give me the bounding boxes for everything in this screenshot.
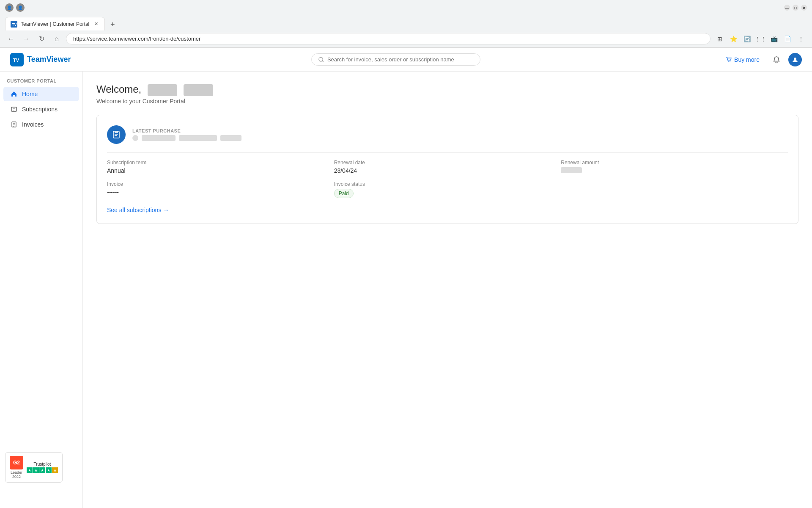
svg-line-5 xyxy=(322,61,324,62)
tp-star-2: ★ xyxy=(33,467,39,473)
tab-favicon: TV xyxy=(11,21,17,28)
renewal-amount-blurred xyxy=(561,167,582,173)
close-button[interactable]: ✕ xyxy=(801,5,807,11)
welcome-prefix: Welcome, xyxy=(96,83,141,95)
purchase-icon xyxy=(107,125,126,144)
latest-purchase-label: LATEST PURCHASE xyxy=(132,128,241,133)
tab-close-button[interactable]: ✕ xyxy=(93,21,99,28)
grid-button[interactable]: ⋮⋮ xyxy=(754,33,766,45)
header-logo: TV TeamViewer xyxy=(10,53,71,66)
trustpilot-label: Trustpilot xyxy=(34,462,51,467)
header-actions: Buy more xyxy=(721,53,802,66)
page-title: Welcome, xyxy=(96,83,798,96)
extensions-button[interactable]: ⊞ xyxy=(714,33,726,45)
buy-more-button[interactable]: Buy more xyxy=(721,54,765,66)
latest-purchase-header: LATEST PURCHASE xyxy=(107,125,788,144)
search-input[interactable] xyxy=(327,56,473,63)
latest-purchase-card: LATEST PURCHASE Subscription term Annual xyxy=(96,115,798,224)
trustpilot-badge: Trustpilot ★ ★ ★ ★ ★ xyxy=(27,462,58,473)
see-all-label: See all subscriptions xyxy=(107,207,161,213)
page-layout: CUSTOMER PORTAL Home Subscriptions xyxy=(0,72,812,508)
paid-badge: Paid xyxy=(334,189,354,198)
logo-text: TeamViewer xyxy=(27,55,71,64)
invoice-field: Invoice ------ xyxy=(107,181,334,198)
sidebar-section-label: CUSTOMER PORTAL xyxy=(0,78,82,87)
card-grid: Subscription term Annual Renewal date 23… xyxy=(107,160,788,198)
page-subtitle: Welcome to your Customer Portal xyxy=(96,98,798,105)
sidebar-item-home[interactable]: Home xyxy=(3,87,79,101)
user-avatar[interactable] xyxy=(788,53,802,66)
sidebar-item-home-label: Home xyxy=(22,91,38,97)
reader-button[interactable]: 📄 xyxy=(782,33,793,45)
search-icon xyxy=(318,57,324,63)
main-content: Welcome, Welcome to your Customer Portal xyxy=(83,72,812,508)
purchase-name-row xyxy=(132,135,241,141)
product-name-2-blurred xyxy=(179,135,217,141)
reload-button[interactable]: ↻ xyxy=(36,33,47,45)
svg-point-4 xyxy=(319,57,323,61)
see-all-arrow: → xyxy=(163,207,169,213)
sidebar-item-invoices[interactable]: Invoices xyxy=(3,117,79,132)
browser-actions: ⊞ ⭐ 🔄 ⋮⋮ 📺 📄 ⋮ xyxy=(714,33,807,45)
sidebar-item-subscriptions[interactable]: Subscriptions xyxy=(3,102,79,116)
tab-bar: TV TeamViewer | Customer Portal ✕ + xyxy=(0,15,812,30)
subscriptions-icon xyxy=(10,105,18,113)
product-icon-blurred xyxy=(132,135,138,141)
header-search xyxy=(311,53,480,66)
buy-more-label: Buy more xyxy=(734,56,760,63)
welcome-section: Welcome, Welcome to your Customer Portal xyxy=(96,83,798,105)
restore-button[interactable]: □ xyxy=(793,5,798,11)
home-icon xyxy=(10,90,18,98)
trustpilot-stars: ★ ★ ★ ★ ★ xyxy=(27,467,58,473)
renewal-amount-value xyxy=(561,167,788,174)
subscription-term-field: Subscription term Annual xyxy=(107,160,334,174)
invoice-status-label: Invoice status xyxy=(334,181,561,187)
svg-rect-9 xyxy=(11,107,16,111)
g2-year-label: 2022 xyxy=(12,475,21,479)
subscription-term-label: Subscription term xyxy=(107,160,334,166)
product-name-3-blurred xyxy=(220,135,241,141)
new-tab-button[interactable]: + xyxy=(107,19,118,30)
user-last-name-blurred xyxy=(184,84,213,96)
profile-icon-2[interactable]: 👤 xyxy=(16,3,25,12)
cart-icon xyxy=(726,57,732,63)
sidebar-item-invoices-label: Invoices xyxy=(22,121,44,128)
search-bar-container[interactable] xyxy=(311,53,480,66)
g2-leader-label: Leader xyxy=(11,470,22,475)
card-divider xyxy=(107,152,788,153)
tp-star-5: ★ xyxy=(52,467,58,473)
avatar-icon xyxy=(792,56,798,63)
active-tab[interactable]: TV TeamViewer | Customer Portal ✕ xyxy=(5,17,105,30)
notifications-button[interactable] xyxy=(770,53,783,66)
renewal-amount-label: Renewal amount xyxy=(561,160,788,166)
bookmark-star-button[interactable]: ⭐ xyxy=(727,33,739,45)
profile-icon[interactable]: 👤 xyxy=(5,3,14,12)
invoice-value: ------ xyxy=(107,189,334,196)
svg-point-8 xyxy=(794,58,796,60)
g2-badge: G2 Leader 2022 xyxy=(10,456,23,479)
renewal-date-value: 23/04/24 xyxy=(334,167,561,174)
see-all-subscriptions-link[interactable]: See all subscriptions → xyxy=(107,207,169,213)
tp-star-3: ★ xyxy=(39,467,45,473)
latest-purchase-info: LATEST PURCHASE xyxy=(132,128,241,141)
invoices-icon xyxy=(10,121,18,128)
tp-star-4: ★ xyxy=(46,467,52,473)
renewal-amount-field: Renewal amount xyxy=(561,160,788,174)
g2-icon: G2 xyxy=(10,456,23,469)
profile-sync-button[interactable]: 🔄 xyxy=(741,33,753,45)
url-text: https://service.teamviewer.com/front/en-… xyxy=(73,36,200,42)
address-bar[interactable]: https://service.teamviewer.com/front/en-… xyxy=(66,33,710,44)
user-first-name-blurred xyxy=(148,84,177,96)
back-button[interactable]: ← xyxy=(5,33,17,45)
subscription-term-value: Annual xyxy=(107,167,334,174)
home-nav-button[interactable]: ⌂ xyxy=(51,33,63,45)
bell-icon xyxy=(773,56,780,64)
svg-point-7 xyxy=(730,61,730,62)
trust-badge: G2 Leader 2022 Trustpilot ★ ★ ★ ★ ★ xyxy=(5,452,63,483)
cast-button[interactable]: 📺 xyxy=(768,33,780,45)
minimize-button[interactable]: — xyxy=(784,5,790,11)
settings-button[interactable]: ⋮ xyxy=(795,33,807,45)
window-action-buttons: — □ ✕ xyxy=(784,5,807,11)
window-controls: 👤 👤 xyxy=(5,3,25,12)
forward-button[interactable]: → xyxy=(20,33,32,45)
